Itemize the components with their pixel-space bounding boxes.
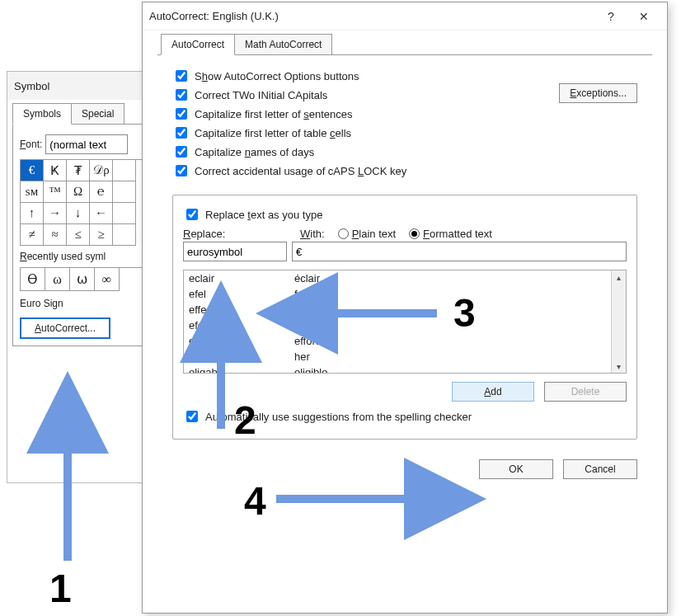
table-row: eforteffort	[184, 317, 611, 333]
symbol-cell[interactable]: 𝒟ρ	[90, 160, 113, 181]
replace-label: Replace:	[183, 228, 287, 240]
symbol-cell-selected[interactable]: €	[21, 160, 44, 181]
recent-cell[interactable]: ѡ	[70, 268, 95, 291]
symbol-cell[interactable]: →	[44, 203, 67, 224]
symbol-cell[interactable]: ≠	[21, 224, 44, 246]
table-row: effecientefficient	[184, 302, 611, 317]
autocorrect-list[interactable]: eclairéclair efelfeel effecientefficient…	[183, 270, 627, 374]
symbol-cell[interactable]: ≥	[90, 224, 113, 246]
symbol-cell[interactable]	[113, 203, 136, 224]
recent-cell[interactable]: Ө	[21, 268, 45, 291]
tab-symbols[interactable]: Symbols	[12, 103, 72, 125]
check-label: Show AutoCorrect Options buttons	[195, 70, 359, 82]
check-label: Automatically use suggestions from the s…	[205, 411, 472, 423]
check-label: Capitalize first letter of sentences	[195, 108, 352, 120]
check-label: Capitalize names of days	[195, 146, 314, 158]
exceptions-button[interactable]: Exceptions...	[559, 83, 637, 103]
font-label: Font:	[20, 139, 42, 150]
table-row: eligableeligible	[184, 364, 611, 373]
check-label: Correct accidental usage of cAPS LOCK ke…	[195, 165, 406, 177]
symbol-cell[interactable]	[113, 224, 136, 246]
symbol-cell[interactable]: ←	[90, 203, 113, 224]
replace-input[interactable]	[183, 242, 287, 261]
table-row: eclairéclair	[184, 270, 611, 286]
check-two-initial[interactable]	[176, 89, 187, 101]
ok-button[interactable]: OK	[479, 459, 553, 479]
table-row: efelfeel	[184, 286, 611, 302]
tab-special[interactable]: Special	[71, 103, 124, 125]
table-row: efortsefforts	[184, 333, 611, 349]
check-replace-as-type[interactable]	[186, 209, 198, 220]
check-label: Correct TWo INitial CApitals	[195, 89, 327, 101]
with-input[interactable]	[292, 242, 627, 261]
radio-plain-text[interactable]: Plain text	[338, 228, 396, 240]
check-show-options[interactable]	[176, 70, 187, 82]
symbol-cell[interactable]: sм	[21, 181, 44, 203]
radio-formatted-text[interactable]: Formatted text	[409, 228, 492, 240]
font-select[interactable]	[45, 134, 128, 154]
check-names-days[interactable]	[176, 146, 187, 158]
symbol-cell[interactable]: ↑	[21, 203, 44, 224]
recent-cell[interactable]: ω	[45, 268, 70, 291]
tab-math-autocorrect[interactable]: Math AutoCorrect	[234, 34, 332, 55]
check-label: Capitalize first letter of table cells	[195, 127, 351, 139]
autocorrect-titlebar[interactable]: AutoCorrect: English (U.K.) ? ✕	[143, 2, 667, 31]
autocorrect-dialog: AutoCorrect: English (U.K.) ? ✕ AutoCorr…	[142, 2, 668, 614]
check-first-sentence[interactable]	[176, 108, 187, 120]
check-spelling-suggest[interactable]	[186, 411, 198, 422]
autocorrect-button[interactable]: AutoCorrect...	[20, 317, 110, 339]
symbol-cell[interactable]: Ҝ	[44, 160, 67, 181]
cancel-button[interactable]: Cancel	[563, 459, 637, 479]
symbol-cell[interactable]	[113, 181, 136, 203]
close-icon[interactable]: ✕	[627, 5, 660, 28]
check-caps-lock[interactable]	[176, 165, 187, 176]
symbol-title: Symbol	[14, 80, 49, 92]
help-icon[interactable]: ?	[594, 5, 627, 28]
table-row: ehrher	[184, 349, 611, 364]
check-first-table[interactable]	[176, 127, 187, 139]
scroll-down-icon[interactable]: ▾	[612, 360, 626, 373]
scroll-up-icon[interactable]: ▴	[612, 270, 626, 284]
check-label: Replace text as you type	[205, 209, 322, 221]
symbol-cell[interactable]: ≤	[67, 224, 90, 246]
with-label: With:	[300, 228, 325, 240]
delete-button: Delete	[544, 382, 627, 402]
symbol-cell[interactable]: ₮	[67, 160, 90, 181]
replace-section: Replace text as you type Replace: With: …	[172, 195, 637, 440]
symbol-cell[interactable]: Ω	[67, 181, 90, 203]
annotation-1: 1	[49, 566, 72, 611]
recent-cell[interactable]: ∞	[95, 268, 120, 291]
symbol-cell[interactable]: ™	[44, 181, 67, 203]
scrollbar[interactable]: ▴ ▾	[611, 270, 626, 373]
tab-autocorrect[interactable]: AutoCorrect	[161, 34, 235, 55]
autocorrect-title: AutoCorrect: English (U.K.)	[149, 10, 279, 22]
symbol-cell[interactable]: ↓	[67, 203, 90, 224]
add-button[interactable]: Add	[452, 382, 534, 402]
symbol-cell[interactable]: ≈	[44, 224, 67, 246]
symbol-cell[interactable]	[113, 160, 136, 181]
symbol-cell[interactable]: ℮	[90, 181, 113, 203]
